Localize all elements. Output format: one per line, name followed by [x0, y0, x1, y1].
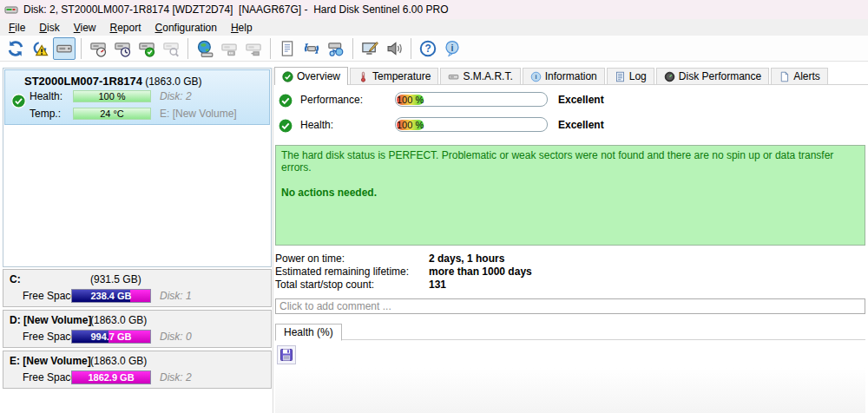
performance-row: Performance: 100 % Excellent — [274, 93, 868, 108]
disk-clock-button[interactable] — [111, 37, 134, 60]
menu-disk[interactable]: Disk — [32, 20, 66, 36]
health-bar-fill: 100 % — [397, 120, 424, 130]
disk-clock-icon — [114, 40, 131, 57]
partition-item-d[interactable]: D: [New Volume] (1863.0 GB) Free Space 9… — [3, 310, 272, 348]
tab-label: Log — [629, 70, 647, 82]
disk-plug-icon — [245, 40, 262, 57]
report-button[interactable] — [276, 37, 299, 60]
disk-search-icon — [162, 40, 180, 57]
health-row: Health: 100 % Excellent — [274, 118, 868, 133]
stat-start-stop-count: Total start/stop count: 131 — [275, 279, 532, 292]
free-space-label: Free Space — [23, 371, 76, 384]
health-bar: 100 % — [395, 117, 548, 132]
partition-disk-number: Disk: 0 — [160, 331, 192, 343]
check-circle-icon — [278, 118, 293, 134]
monitor-pen-button[interactable] — [358, 37, 381, 60]
disk-cable-button[interactable] — [218, 37, 240, 60]
menu-configuration[interactable]: Configuration — [148, 20, 224, 36]
tab-label: Overview — [297, 70, 340, 82]
performance-bar-fill: 100 % — [397, 95, 424, 105]
titlebar: Disk: 2, ST2000LM007-1R8174 [WDZT2D74] [… — [0, 0, 868, 19]
toolbar-separator — [352, 38, 353, 59]
refresh-button[interactable] — [4, 37, 27, 60]
speaker-icon — [385, 40, 403, 57]
tab-label: S.M.A.R.T. — [463, 70, 512, 82]
tab-strip: Overview Temperature S.M.A.R.T. i Inform… — [274, 68, 868, 85]
free-space-bar: 994.7 GB — [71, 330, 151, 344]
disk-warning-icon — [31, 40, 49, 57]
menu-file[interactable]: File — [2, 20, 32, 36]
disk-title: ST2000LM007-1R8174 (1863.0 GB) — [24, 75, 202, 88]
disk-detect-button[interactable] — [53, 37, 76, 60]
tab-disk-performance[interactable]: Disk Performance — [656, 68, 769, 84]
panel-splitter[interactable] — [273, 68, 273, 413]
disk-search-button[interactable] — [160, 37, 182, 60]
partition-name: D: [New Volume] — [10, 314, 91, 326]
menu-view[interactable]: View — [67, 20, 103, 36]
help-icon: ? — [419, 40, 437, 57]
stat-value: 131 — [429, 279, 446, 292]
globe-disk-button[interactable] — [194, 37, 216, 60]
partition-item-c[interactable]: C: (931.5 GB) Free Space 238.4 GB Disk: … — [3, 269, 272, 307]
save-chart-button[interactable] — [277, 345, 296, 364]
tab-log[interactable]: Log — [607, 68, 654, 84]
subtab-health-percent[interactable]: Health (%) — [275, 324, 342, 341]
tab-label: Alerts — [793, 70, 820, 82]
refresh-icon — [7, 40, 24, 57]
disk-item-selected[interactable]: ST2000LM007-1R8174 (1863.0 GB) Health: 1… — [4, 69, 270, 125]
info-button[interactable]: i — [441, 37, 464, 60]
tab-overview[interactable]: Overview — [274, 67, 348, 85]
tab-smart[interactable]: S.M.A.R.T. — [440, 68, 520, 84]
stat-label: Power on time: — [275, 252, 429, 266]
disk-icon — [448, 71, 459, 82]
performance-label: Performance: — [300, 94, 363, 106]
free-space-label: Free Space — [23, 331, 76, 343]
toolbar-separator — [187, 38, 188, 59]
disk-number: Disk: 2 — [160, 90, 192, 102]
thermometer-icon — [358, 71, 369, 82]
svg-text:i: i — [535, 73, 536, 81]
disk-gauge-button[interactable] — [87, 37, 109, 60]
disk-check-icon — [138, 40, 155, 57]
disk-warning-button[interactable] — [29, 37, 51, 60]
free-space-value: 238.4 GB — [72, 290, 150, 303]
partition-disk-number: Disk: 1 — [160, 290, 192, 302]
partition-list: C: (931.5 GB) Free Space 238.4 GB Disk: … — [3, 269, 272, 413]
temp-label: Temp.: — [30, 108, 71, 120]
disk-sync-button[interactable] — [300, 37, 323, 60]
toolbar: ? i — [0, 36, 868, 62]
disk-check-button[interactable] — [135, 37, 158, 60]
disk-size: (1863.0 GB) — [145, 75, 201, 88]
tab-alerts[interactable]: Alerts — [771, 68, 828, 84]
tab-information[interactable]: i Information — [523, 68, 605, 84]
partition-disk-number: Disk: 2 — [160, 371, 192, 384]
svg-text:?: ? — [424, 43, 431, 55]
report-icon — [279, 40, 296, 57]
stats-list: Power on time: 2 days, 1 hours Estimated… — [275, 252, 532, 292]
disk-detect-icon — [56, 40, 73, 57]
stat-label: Total start/stop count: — [275, 279, 429, 292]
tab-temperature[interactable]: Temperature — [350, 68, 438, 84]
toolbar-separator — [270, 38, 271, 59]
free-space-bar: 1862.9 GB — [71, 370, 151, 384]
tab-label: Information — [545, 70, 597, 82]
tab-label: Disk Performance — [679, 70, 761, 82]
help-button[interactable]: ? — [417, 37, 439, 60]
menu-report[interactable]: Report — [103, 20, 148, 36]
log-icon — [615, 71, 626, 82]
health-label: Health: — [300, 119, 333, 131]
tab-label: Temperature — [372, 70, 431, 82]
disk-temp-row: Temp.: 24 °C E: [New Volume] — [5, 108, 269, 121]
partition-item-e[interactable]: E: [New Volume] (1863.0 GB) Free Space 1… — [3, 351, 272, 389]
overview-panel: Performance: 100 % Excellent Health: 100… — [274, 86, 868, 413]
menu-help[interactable]: Help — [224, 20, 260, 36]
disk-network-button[interactable] — [325, 37, 347, 60]
free-space-value: 994.7 GB — [72, 331, 150, 344]
speaker-button[interactable] — [383, 37, 405, 60]
check-circle-icon — [282, 71, 293, 82]
globe-disk-icon — [196, 40, 214, 57]
disk-plug-button[interactable] — [242, 37, 265, 60]
partition-name: E: [New Volume] — [10, 355, 91, 367]
health-bar: 100 % — [73, 90, 151, 102]
comment-input[interactable] — [275, 298, 865, 314]
